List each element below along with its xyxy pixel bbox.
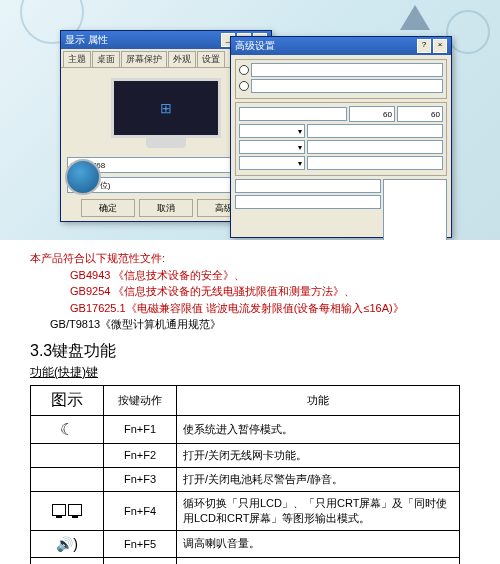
th-func: 功能 xyxy=(177,385,460,415)
compliance-section: 本产品符合以下规范性文件: GB4943 《信息技术设备的安全》、 GB9254… xyxy=(0,240,500,339)
func-cell: 打开/关闭电池耗尽警告声/静音。 xyxy=(177,467,460,491)
text-field[interactable] xyxy=(239,107,347,121)
tab-desktop[interactable]: 桌面 xyxy=(92,51,120,67)
help-icon[interactable]: ? xyxy=(417,39,431,53)
ok-button[interactable]: 确定 xyxy=(81,199,135,217)
key-cell: Fn+F3 xyxy=(104,467,177,491)
func-cell: 使系统进入暂停模式。 xyxy=(177,415,460,443)
text-field[interactable] xyxy=(307,124,443,138)
text-field[interactable] xyxy=(251,63,443,77)
keyboard-subheading: 功能(快捷)键 xyxy=(0,364,500,385)
table-row: 🔉) Fn+F6 调降喇叭音量。 xyxy=(31,557,460,564)
compliance-intro: 本产品符合以下规范性文件: xyxy=(30,250,470,267)
table-row: ☾ Fn+F1 使系统进入暂停模式。 xyxy=(31,415,460,443)
table-row: Fn+F2 打开/关闭无线网卡功能。 xyxy=(31,443,460,467)
func-cell: 调高喇叭音量。 xyxy=(177,530,460,557)
th-key: 按键动作 xyxy=(104,385,177,415)
table-row: 🔊) Fn+F5 调高喇叭音量。 xyxy=(31,530,460,557)
tab-settings[interactable]: 设置 xyxy=(197,51,225,67)
text-field[interactable] xyxy=(235,195,381,209)
window-title: 显示 属性 xyxy=(65,33,108,47)
combo-box[interactable]: ▾ xyxy=(239,156,305,170)
monitor-preview xyxy=(111,78,221,153)
list-box[interactable] xyxy=(383,179,447,240)
func-cell: 循环切换「只用LCD」、「只用CRT屏幕」及「同时使用LCD和CRT屏幕」等图形… xyxy=(177,491,460,530)
combo-box[interactable]: ▾ xyxy=(239,140,305,154)
text-field[interactable] xyxy=(235,179,381,193)
key-cell: Fn+F5 xyxy=(104,530,177,557)
screenshot-area: 显示 属性 _ □ × 主题 桌面 屏幕保护 外观 设置 xyxy=(0,0,500,240)
combo-box[interactable]: ▾ xyxy=(239,124,305,138)
key-cell: Fn+F1 xyxy=(104,415,177,443)
decorative-triangle xyxy=(400,5,430,30)
spin-control[interactable]: 60 xyxy=(349,106,395,122)
radio-option[interactable] xyxy=(239,81,249,91)
window-titlebar[interactable]: 高级设置 ? × xyxy=(231,37,451,55)
advanced-dialog: 高级设置 ? × 60 60 ▾ ▾ xyxy=(230,36,452,238)
moon-icon: ☾ xyxy=(60,421,74,438)
window-title: 高级设置 xyxy=(235,39,275,53)
key-cell: Fn+F6 xyxy=(104,557,177,564)
compliance-item: GB17625.1《电磁兼容限值 谐波电流发射限值(设备每相输入≤16A)》 xyxy=(30,300,470,317)
dual-screen-icon xyxy=(31,491,104,530)
icon-cell xyxy=(31,467,104,491)
tab-appear[interactable]: 外观 xyxy=(168,51,196,67)
cancel-button[interactable]: 取消 xyxy=(139,199,193,217)
compliance-item: GB9254 《信息技术设备的无线电骚扰限值和测量方法》、 xyxy=(30,283,470,300)
compliance-item: GB4943 《信息技术设备的安全》、 xyxy=(30,267,470,284)
keyboard-heading: 3.3键盘功能 xyxy=(0,339,500,364)
key-cell: Fn+F2 xyxy=(104,443,177,467)
compliance-footer: GB/T9813《微型计算机通用规范》 xyxy=(30,316,470,333)
icon-cell xyxy=(31,443,104,467)
func-cell: 调降喇叭音量。 xyxy=(177,557,460,564)
table-row: Fn+F4 循环切换「只用LCD」、「只用CRT屏幕」及「同时使用LCD和CRT… xyxy=(31,491,460,530)
key-cell: Fn+F4 xyxy=(104,491,177,530)
func-cell: 打开/关闭无线网卡功能。 xyxy=(177,443,460,467)
text-field[interactable] xyxy=(307,156,443,170)
text-field[interactable] xyxy=(307,140,443,154)
spin-control[interactable]: 60 xyxy=(397,106,443,122)
globe-icon xyxy=(65,159,101,195)
keyboard-shortcuts-table: 图示 按键动作 功能 ☾ Fn+F1 使系统进入暂停模式。 Fn+F2 打开/关… xyxy=(30,385,460,565)
text-field[interactable] xyxy=(251,79,443,93)
tab-theme[interactable]: 主题 xyxy=(63,51,91,67)
close-icon[interactable]: × xyxy=(433,39,447,53)
tab-saver[interactable]: 屏幕保护 xyxy=(121,51,167,67)
radio-option[interactable] xyxy=(239,65,249,75)
volume-up-icon: 🔊) xyxy=(56,536,78,552)
decorative-ring xyxy=(446,10,490,54)
table-row: Fn+F3 打开/关闭电池耗尽警告声/静音。 xyxy=(31,467,460,491)
th-icon: 图示 xyxy=(31,385,104,415)
